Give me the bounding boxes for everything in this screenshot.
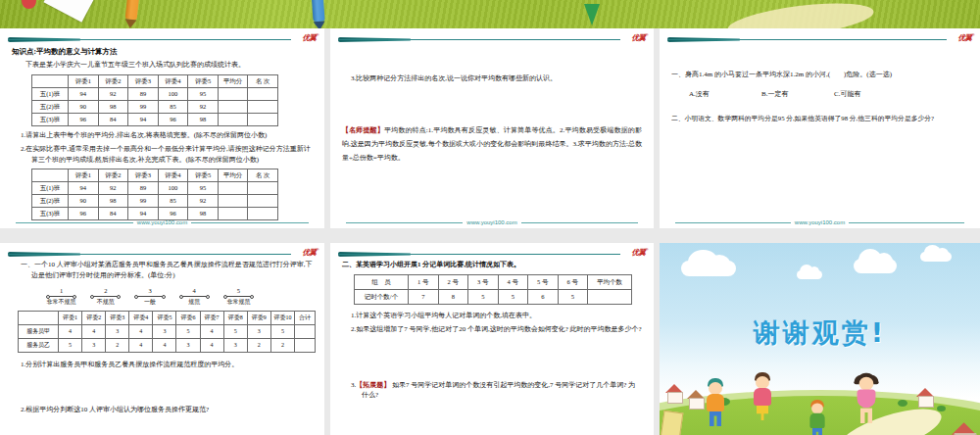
table-cell: 92	[98, 87, 128, 100]
scale-number: 2	[83, 287, 127, 295]
table-cell: 95	[188, 182, 219, 195]
footer-url: www.youyi100.com	[466, 219, 516, 225]
table-cell: 96	[69, 113, 99, 125]
slide-5: 优翼® 二、某英语学习小组开展1 分记单词比赛,统计情况如下表。 组 员1 号2…	[330, 243, 654, 435]
slide-body: 知识点:平均数的意义与计算方法 下表是某小学庆六一儿童节五年级三个班入场式队列比…	[0, 44, 324, 217]
table-cell: 84	[98, 113, 128, 125]
footer-line	[346, 222, 463, 223]
slide-footer: www.youyi100.com	[12, 219, 313, 225]
table-cell: 平均分	[218, 74, 248, 87]
table-cell: 98	[98, 195, 128, 208]
table-cell	[19, 311, 59, 324]
table-cell: 2	[106, 338, 129, 352]
table-cell: 平均分	[218, 169, 248, 182]
table-cell: 评委5	[188, 169, 219, 182]
table-cell: 90	[69, 100, 99, 113]
slide-2: 优翼® 3.比较两种记分方法排出的名次,说一说你对平均数有哪些新的认识。 【名师…	[330, 28, 654, 228]
table-cell: 5 号	[528, 274, 559, 289]
table-cell: 4 号	[498, 274, 528, 289]
table-cell: 94	[69, 87, 99, 100]
scale-number: 3	[127, 287, 172, 295]
table-cell	[248, 195, 278, 208]
cloud-icon	[920, 252, 952, 262]
header-line	[8, 39, 291, 40]
table-cell: 评委6	[176, 311, 200, 324]
table-row: 记时个数/个785565	[355, 289, 632, 304]
footer-line	[521, 222, 638, 223]
tip-label: 【名师提醒】	[342, 126, 384, 134]
table-cell: 94	[69, 182, 99, 195]
table-cell: 5	[558, 289, 588, 304]
table-cell: 89	[128, 182, 159, 195]
table-cell: 98	[188, 113, 219, 125]
option-b: B.一定有	[761, 89, 834, 100]
knowledge-point-title: 知识点:平均数的意义与计算方法	[12, 46, 313, 57]
table-row: 五(2)班9098998592	[32, 100, 278, 113]
table-row: 服务员乙5324434322	[19, 338, 316, 352]
slide-footer: www.youyi100.com	[342, 219, 642, 225]
table-cell	[218, 182, 248, 195]
scale-numbers: 1非常不规范 2不规范 3一般 4规范 5非常规范	[39, 287, 261, 307]
scale-tick	[92, 296, 119, 297]
table-row: 服务员甲4434354535	[19, 324, 316, 338]
table-cell: 评委1	[59, 311, 82, 324]
scale-number: 5	[217, 287, 261, 295]
logo-text: 优翼	[303, 33, 317, 42]
logo-text: 优翼	[632, 33, 646, 42]
table-cell: 五(2)班	[32, 100, 69, 113]
table-cell: 评委5	[188, 74, 219, 87]
table-cell	[248, 87, 278, 100]
score-table-2: 评委1评委2评委3评委4评委5平均分名 次五(1)班94928910095五(2…	[31, 169, 278, 220]
table-cell: 评委2	[98, 169, 128, 182]
footer-line	[191, 222, 309, 223]
youyi-logo: 优翼®	[632, 33, 648, 41]
table-cell: 五(1)班	[32, 87, 69, 100]
slide-footer: www.youyi100.com	[671, 219, 968, 225]
scale-item: 5非常规范	[217, 287, 261, 307]
table-cell: 平均个数	[588, 274, 632, 289]
cartoon-kid-small-boy	[807, 400, 828, 435]
footer-url: www.youyi100.com	[795, 219, 845, 225]
score-table-1: 评委1评委2评委3评委4评委5平均分名 次五(1)班94928910095五(2…	[31, 74, 278, 126]
rating-table: 评委1评委2评委3评委4评委5评委6评委7评委8评委9评委10合计服务员甲443…	[18, 311, 316, 353]
crayon-tip	[314, 22, 326, 28]
slides-overview-page: 优翼® 知识点:平均数的意义与计算方法 下表是某小学庆六一儿童节五年级三个班入场…	[0, 0, 980, 435]
table-cell: 评委4	[158, 74, 188, 87]
table-cell: 记时个数/个	[355, 289, 409, 304]
shrub-icon	[898, 400, 907, 407]
table-cell: 5	[468, 289, 499, 304]
table-cell: 评委3	[128, 74, 159, 87]
header-line	[8, 254, 291, 255]
option-c: C.可能有	[834, 89, 860, 100]
table-cell: 五(2)班	[32, 195, 69, 208]
table-cell: 4	[200, 324, 223, 338]
table-row: 评委1评委2评委3评委4评委5平均分名 次	[32, 169, 278, 182]
scale-tick	[136, 296, 163, 297]
question-1: 1.计算这个英语学习小组平均每人记对单词的个数,填在表中。	[342, 311, 642, 321]
table-cell: 3	[223, 338, 247, 352]
table-row: 五(1)班94928910095	[32, 87, 278, 100]
table-cell: 2	[270, 338, 294, 352]
kid-legs	[860, 408, 873, 423]
table-cell: 90	[69, 195, 99, 208]
table-cell	[248, 100, 278, 113]
table-cell: 8	[438, 289, 468, 304]
table-cell: 84	[98, 208, 128, 220]
question-3-text: 如果7 号同学记对单词的个数没有引起平均数的变化,7 号同学记对了几个单词? 为…	[362, 381, 635, 400]
table-cell: 96	[158, 208, 188, 220]
table-cell: 3 号	[468, 274, 499, 289]
table-cell: 98	[98, 100, 128, 113]
table-cell: 1 号	[409, 274, 439, 289]
table-cell: 92	[188, 195, 219, 208]
tip-text: 平均数的特点:1.平均数具有反应灵敏、计算简单等优点。2.平均数易受极端数据的影…	[342, 126, 642, 163]
cloud-icon	[854, 259, 897, 273]
scale-label: 规范	[172, 299, 217, 307]
scale-tick	[181, 296, 208, 297]
table-cell: 96	[69, 208, 99, 220]
thank-you-title: 谢谢观赏!	[660, 315, 980, 351]
kid-top	[754, 388, 771, 406]
table-cell: 94	[128, 113, 159, 125]
scale-tick	[225, 296, 252, 297]
registered-mark: ®	[317, 247, 318, 252]
table-cell	[248, 208, 278, 220]
